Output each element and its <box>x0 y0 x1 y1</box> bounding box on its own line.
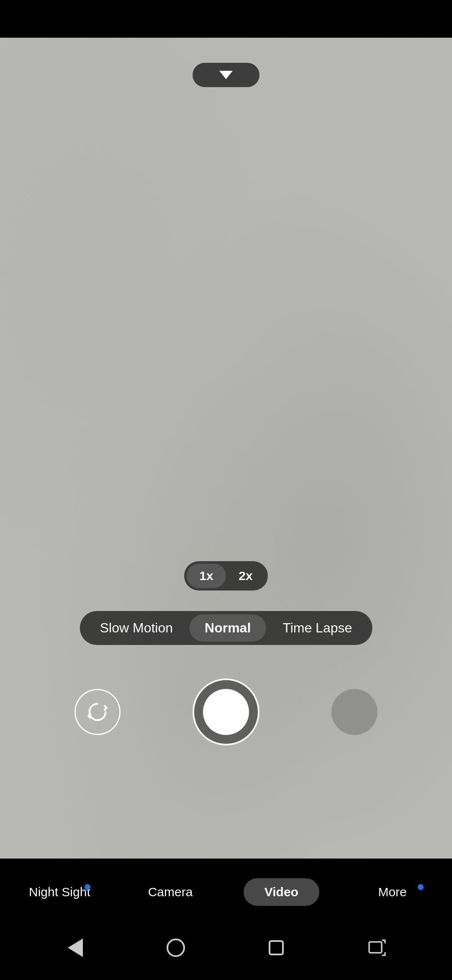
chevron-down-icon <box>219 71 233 79</box>
nav-label-night-sight: Night Sight <box>29 885 90 899</box>
svg-rect-0 <box>369 942 382 953</box>
camera-viewfinder: 1x 2x Slow Motion Normal Time Lapse <box>0 38 452 859</box>
nav-item-night-sight[interactable]: Night Sight <box>22 885 97 899</box>
nav-label-camera: Camera <box>148 885 193 899</box>
thumbnail-button[interactable] <box>331 689 378 735</box>
nav-item-more[interactable]: More <box>355 885 430 899</box>
home-icon <box>167 939 185 957</box>
recents-button[interactable] <box>259 931 293 965</box>
recents-icon <box>269 940 284 955</box>
nav-label-more: More <box>378 885 406 899</box>
nav-label-video: Video <box>265 885 298 899</box>
nav-item-video[interactable]: Video <box>244 878 319 906</box>
mode-selector: Slow Motion Normal Time Lapse <box>80 611 372 645</box>
system-navigation <box>0 915 452 980</box>
mode-time-lapse[interactable]: Time Lapse <box>267 614 367 642</box>
shutter-button[interactable] <box>193 678 259 745</box>
flip-camera-icon <box>85 700 110 724</box>
nav-item-camera[interactable]: Camera <box>133 885 208 899</box>
back-icon <box>68 939 83 957</box>
shutter-inner-circle <box>203 689 249 735</box>
home-button[interactable] <box>159 931 193 965</box>
mode-slow-motion[interactable]: Slow Motion <box>85 614 188 642</box>
more-dot <box>418 884 424 890</box>
screenshot-button[interactable] <box>360 931 393 965</box>
zoom-toggle: 1x 2x <box>184 561 268 591</box>
zoom-2x-button[interactable]: 2x <box>226 564 265 588</box>
flip-camera-button[interactable] <box>74 689 121 735</box>
zoom-1x-button[interactable]: 1x <box>187 564 226 588</box>
bottom-nav: Night Sight Camera Video More <box>0 869 452 915</box>
dropdown-button[interactable] <box>193 63 259 87</box>
back-button[interactable] <box>59 931 92 965</box>
status-bar <box>0 0 452 38</box>
mode-normal[interactable]: Normal <box>190 614 266 642</box>
controls-row <box>0 678 452 745</box>
screenshot-icon <box>367 938 387 958</box>
